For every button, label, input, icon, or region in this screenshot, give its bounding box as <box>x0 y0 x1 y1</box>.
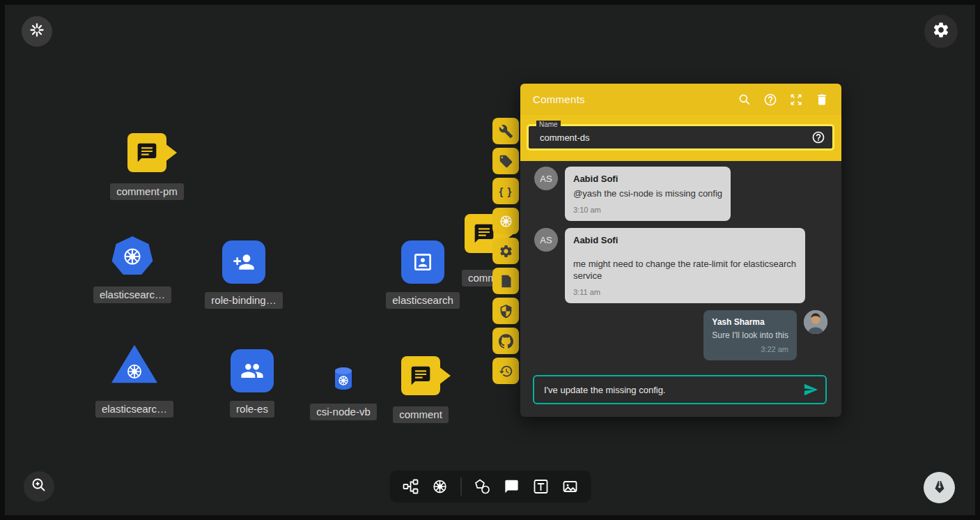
scan-doc-icon <box>499 274 513 289</box>
comment-time: 3:22 am <box>712 345 788 353</box>
avatar: AS <box>534 167 558 190</box>
dock-divider <box>460 477 461 496</box>
scan-doc-tool-button[interactable] <box>492 268 519 294</box>
comment-icon[interactable] <box>503 478 520 495</box>
node-comment[interactable]: comment <box>375 356 466 423</box>
comment-text: Sure I'll look into this <box>712 330 788 342</box>
comment-time: 3:11 am <box>573 288 797 296</box>
settings-button[interactable] <box>924 15 958 48</box>
name-field-label: Name <box>536 121 561 128</box>
comment-text: @yash the csi-node is missing config <box>573 188 722 199</box>
service-account-shape <box>401 240 444 284</box>
history-tool-button[interactable] <box>492 358 519 384</box>
node-label: comment <box>393 406 449 423</box>
name-field[interactable]: Name <box>527 124 834 151</box>
node-label: csi-node-vb <box>310 404 377 420</box>
comments-panel-header: Comments <box>520 84 841 115</box>
github-icon <box>499 334 513 349</box>
comment-bubble: Yash Sharma Sure I'll look into this 3:2… <box>703 310 797 360</box>
zoom-button[interactable] <box>24 471 54 502</box>
role-binding-shape <box>222 240 265 284</box>
role-shape <box>231 349 274 392</box>
kubernetes-wheel-icon <box>125 362 143 381</box>
expand-icon[interactable] <box>789 93 803 107</box>
comment-bubble: Aabid Sofi me might need to change the r… <box>565 228 805 303</box>
comments-panel: Comments Name <box>520 84 841 417</box>
comment-bubble: Aabid Sofi @yash the csi-node is missing… <box>565 167 731 221</box>
whiteboard-pen-button[interactable] <box>924 472 955 503</box>
speech-bubble-icon <box>410 365 432 387</box>
help-icon[interactable] <box>811 130 825 144</box>
wrench-tool-button[interactable] <box>492 118 519 144</box>
panel-title: Comments <box>533 93 738 105</box>
braces-tool-button[interactable]: { } <box>492 178 519 204</box>
node-role-binding[interactable]: role-binding… <box>199 240 289 309</box>
pen-nib-icon <box>931 478 948 498</box>
comment-author: Yash Sharma <box>712 317 788 327</box>
meshery-logo-button[interactable] <box>22 16 52 47</box>
comment-item: AS Aabid Sofi me might need to change th… <box>534 228 827 303</box>
avatar: AS <box>534 228 558 252</box>
gear-tool-button[interactable] <box>492 238 519 264</box>
comment-node-shape <box>127 133 166 172</box>
comment-text: me might need to change the rate-limit f… <box>573 258 797 282</box>
kubernetes-wheel-icon <box>122 246 143 267</box>
kubernetes-icon[interactable] <box>431 478 448 495</box>
text-tool-icon[interactable] <box>532 478 549 495</box>
history-icon <box>499 364 513 378</box>
node-elasticsearch-heptagon[interactable]: elasticsearc… <box>87 236 178 303</box>
comment-author: Aabid Sofi <box>573 174 722 184</box>
node-label: elasticsearch <box>386 292 460 309</box>
node-comment-pm[interactable]: comment-pm <box>102 133 192 200</box>
search-icon[interactable] <box>738 93 752 107</box>
node-label: elasticsearc… <box>93 286 171 303</box>
name-input[interactable] <box>538 132 811 144</box>
node-role-es[interactable]: role-es <box>207 349 297 418</box>
gear-icon <box>932 21 950 42</box>
send-icon[interactable] <box>803 382 818 397</box>
shapes-icon[interactable] <box>474 478 490 495</box>
person-add-icon <box>233 251 255 273</box>
meshery-logo-icon <box>29 22 45 41</box>
comment-time: 3:10 am <box>573 206 722 214</box>
shield-icon <box>499 304 513 319</box>
tag-tool-button[interactable] <box>492 148 519 174</box>
node-label: role-es <box>230 401 274 418</box>
trash-icon[interactable] <box>815 93 829 107</box>
bottom-dock <box>389 471 591 503</box>
name-field-section: Name <box>520 115 841 161</box>
people-icon <box>240 359 264 383</box>
tag-icon <box>499 154 513 169</box>
speech-bubble-icon <box>136 142 158 164</box>
workflow-icon[interactable] <box>402 478 419 495</box>
kubernetes-icon <box>499 214 513 229</box>
github-tool-button[interactable] <box>492 328 519 354</box>
node-action-toolbar: { } <box>492 118 519 384</box>
node-label: elasticsearc… <box>95 401 173 418</box>
node-label: comment-pm <box>110 183 184 200</box>
wrench-icon <box>499 124 513 139</box>
comment-input[interactable] <box>543 384 803 396</box>
comment-composer[interactable] <box>533 375 827 404</box>
help-icon[interactable] <box>763 93 777 107</box>
braces-icon: { } <box>499 185 513 197</box>
comment-item: AS Aabid Sofi @yash the csi-node is miss… <box>534 167 827 221</box>
kanvas-canvas[interactable]: comment-pm elasticsearc… role-binding… e… <box>0 0 980 520</box>
portrait-badge-icon <box>412 251 434 273</box>
zoom-in-icon <box>31 477 47 496</box>
node-label: role-binding… <box>205 292 282 309</box>
shield-tool-button[interactable] <box>492 298 519 324</box>
comment-author: Aabid Sofi <box>573 235 797 245</box>
node-elasticsearch-serviceaccount[interactable]: elasticsearch <box>378 240 468 309</box>
kubernetes-triangle-shape <box>111 344 157 384</box>
comment-node-shape <box>401 356 440 395</box>
node-elasticsearch-triangle[interactable]: elasticsearc… <box>89 344 180 418</box>
kubernetes-heptagon-shape <box>111 236 153 277</box>
csi-node-cylinder-shape <box>332 366 355 394</box>
gear-icon <box>499 244 513 259</box>
image-icon[interactable] <box>561 478 578 495</box>
kubernetes-tool-button[interactable] <box>492 208 519 234</box>
avatar-photo <box>804 310 827 334</box>
comment-item: Yash Sharma Sure I'll look into this 3:2… <box>534 310 827 360</box>
